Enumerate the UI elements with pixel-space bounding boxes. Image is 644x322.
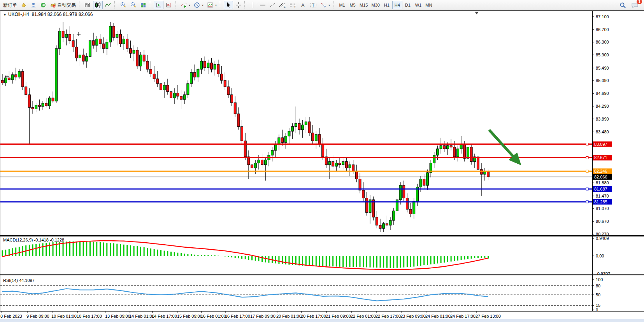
- tab-mn[interactable]: MN: [424, 1, 434, 9]
- zoom-in-button[interactable]: [118, 1, 128, 9]
- candle: [197, 69, 199, 77]
- autotrading-button[interactable]: 自动交易: [48, 1, 77, 9]
- horizontal-line-tool-button[interactable]: [258, 1, 267, 9]
- time-axis-label: 14 Feb 01:00: [129, 314, 154, 318]
- candle: [318, 135, 321, 144]
- crosshair-tool-button[interactable]: [233, 1, 243, 9]
- templates-button[interactable]: ▾: [205, 1, 218, 9]
- vertical-line-tool-button[interactable]: [248, 1, 258, 9]
- periods-button[interactable]: ▾: [192, 1, 205, 9]
- strategy-tester-button[interactable]: [29, 1, 38, 9]
- metaeditor-button[interactable]: [19, 1, 28, 9]
- candle: [116, 34, 118, 37]
- candle: [312, 133, 314, 141]
- tab-m15[interactable]: M15: [358, 1, 369, 9]
- chart-ohlc-quotes: 81.984 82.066 81.978 82.066: [32, 12, 93, 17]
- candle: [58, 31, 61, 49]
- equidistant-channel-tool-button[interactable]: E: [277, 1, 288, 9]
- candle: [386, 224, 388, 225]
- horizontal-line-icon: [260, 2, 266, 8]
- hline-handle[interactable]: [586, 201, 588, 203]
- hline-handle[interactable]: [586, 156, 588, 159]
- chart-title-dropdown-icon[interactable]: ▼: [3, 13, 7, 17]
- candle: [278, 138, 280, 144]
- time-axis-label: 24 Feb 17:00: [450, 314, 476, 318]
- rsi-name: RSI(14): [3, 278, 18, 283]
- candle: [456, 149, 459, 157]
- candle: [32, 107, 34, 109]
- candle: [409, 209, 412, 214]
- vertical-line-icon: [251, 2, 256, 8]
- zoom-in-icon: [120, 2, 126, 8]
- fibonacci-tool-button[interactable]: F: [288, 1, 298, 9]
- time-axis-label: 10 Feb 17:00: [77, 314, 102, 318]
- tab-m30[interactable]: M30: [370, 1, 381, 9]
- candle: [106, 42, 108, 48]
- text-tool-button[interactable]: A: [298, 1, 308, 9]
- candle: [463, 144, 466, 158]
- hline-handle[interactable]: [586, 188, 588, 190]
- trendline-tool-button[interactable]: [268, 1, 277, 9]
- price-line-badge-label: 81.687: [594, 187, 607, 191]
- candle: [119, 34, 121, 44]
- candle: [231, 95, 233, 103]
- candle: [38, 105, 40, 107]
- tab-w1[interactable]: W1: [413, 1, 423, 9]
- arrows-tool-button[interactable]: ▾: [319, 1, 332, 9]
- search-icon: [619, 2, 626, 9]
- hline-handle[interactable]: [586, 170, 588, 172]
- chart-canvas[interactable]: 87.10086.70086.30085.90085.49085.09084.6…: [0, 10, 644, 322]
- fibonacci-icon: F: [290, 2, 297, 8]
- search-button[interactable]: [618, 1, 628, 9]
- bar-chart-button[interactable]: [83, 1, 93, 9]
- candle: [362, 190, 365, 198]
- price-tick-label: 81.470: [596, 194, 609, 198]
- rsi-tick-label: 80: [596, 284, 600, 288]
- community-button[interactable]: [39, 1, 48, 9]
- tf-label: M30: [371, 3, 379, 7]
- new-order-button[interactable]: 新订单: [2, 1, 19, 9]
- indicators-caret: ▾: [189, 4, 190, 7]
- zoom-out-button[interactable]: [128, 1, 138, 9]
- chart-symbol-period: UKOil-,H4: [8, 12, 29, 17]
- candle: [342, 161, 344, 164]
- text-label-tool-button[interactable]: T: [308, 1, 318, 9]
- auto-scroll-button[interactable]: [154, 1, 163, 9]
- tab-m5[interactable]: M5: [347, 1, 358, 9]
- rsi-value: 44.1097: [19, 278, 35, 283]
- candle: [136, 50, 139, 66]
- candle: [99, 39, 101, 44]
- candle: [167, 85, 169, 91]
- tab-h1[interactable]: H1: [382, 1, 392, 9]
- toolbar-separator: [333, 1, 335, 9]
- tf-label: M15: [360, 3, 368, 7]
- candle: [403, 186, 405, 198]
- line-chart-button[interactable]: [103, 1, 113, 9]
- tile-windows-button[interactable]: [139, 1, 148, 9]
- hline-handle[interactable]: [586, 143, 588, 145]
- candle: [42, 103, 44, 107]
- time-axis-label: 22 Feb 01:00: [351, 314, 376, 318]
- candle: [443, 145, 446, 149]
- candlestick-chart-button[interactable]: [93, 1, 103, 9]
- cursor-tool-button[interactable]: [224, 1, 233, 9]
- tab-m1[interactable]: M1: [337, 1, 347, 9]
- tab-h4[interactable]: H4: [392, 1, 402, 9]
- price-tick-label: 84.690: [596, 91, 609, 96]
- indicators-button[interactable]: ▾: [179, 1, 192, 9]
- tf-label: H1: [384, 3, 390, 7]
- chart-title: ▼UKOil-,H4 81.984 82.066 81.978 82.066: [3, 12, 93, 17]
- time-axis-label: 16 Feb 01:00: [201, 314, 226, 318]
- macd-indicator-label: MACD(12,26,9) -0.1418 -0.1228: [3, 238, 64, 242]
- candle: [335, 163, 337, 166]
- community-icon: [40, 2, 46, 8]
- candle: [75, 47, 78, 58]
- chart-shift-button[interactable]: [164, 1, 174, 9]
- chat-button[interactable]: 1: [630, 1, 640, 9]
- candle: [261, 160, 263, 164]
- time-axis-label: 9 Feb 09:00: [26, 314, 49, 318]
- tab-d1[interactable]: D1: [403, 1, 413, 9]
- candle: [413, 201, 415, 214]
- candle: [426, 173, 428, 186]
- candle: [156, 79, 159, 84]
